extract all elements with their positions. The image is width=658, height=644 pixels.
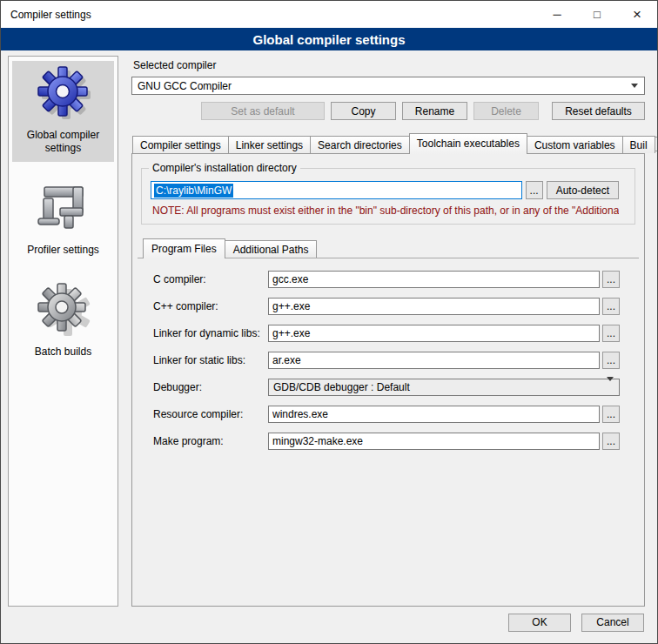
dialog-content: Global compiler settings <box>1 50 657 608</box>
linker-static-label: Linker for static libs: <box>153 354 268 366</box>
cpp-compiler-label: C++ compiler: <box>153 300 268 312</box>
tab-build-options-truncated[interactable]: Buil <box>622 136 655 153</box>
tab-compiler-settings[interactable]: Compiler settings <box>132 136 229 153</box>
cpp-compiler-browse-button[interactable]: ... <box>602 298 620 315</box>
subtab-program-files[interactable]: Program Files <box>143 238 225 258</box>
minimize-icon: ─ <box>553 8 561 21</box>
set-as-default-button[interactable]: Set as default <box>201 102 325 120</box>
tab-linker-settings[interactable]: Linker settings <box>228 136 311 153</box>
delete-button[interactable]: Delete <box>473 102 539 120</box>
make-program-input[interactable] <box>268 433 600 450</box>
sidebar-item-profiler-settings[interactable]: Profiler settings <box>12 176 114 264</box>
field-row-debugger: Debugger: GDB/CDB debugger : Default <box>153 379 620 396</box>
sidebar-item-global-compiler-settings[interactable]: Global compiler settings <box>12 61 114 162</box>
selected-compiler-value: GNU GCC Compiler <box>138 80 628 92</box>
reset-defaults-button[interactable]: Reset defaults <box>552 102 645 120</box>
subtab-additional-paths[interactable]: Additional Paths <box>225 240 318 258</box>
tab-scroll-left-button[interactable]: ◄ <box>655 137 658 151</box>
field-row-linker-static: Linker for static libs: ... <box>153 352 620 369</box>
program-files-fields: C compiler: ... C++ compiler: ... Linker… <box>138 258 639 450</box>
bin-subdirectory-note: NOTE: All programs must exist either in … <box>152 205 619 217</box>
install-dir-value: C:\raylib\MinGW <box>154 184 233 198</box>
field-row-make-program: Make program: ... <box>153 433 620 450</box>
minimize-button[interactable]: ─ <box>537 1 577 28</box>
tab-scroll-buttons: ◄ ► <box>655 137 658 151</box>
c-compiler-label: C compiler: <box>153 273 268 285</box>
toolchain-executables-panel: Compiler's installation directory C:\ray… <box>131 153 645 607</box>
dialog-header: Global compiler settings <box>1 28 657 50</box>
c-compiler-browse-button[interactable]: ... <box>602 271 620 288</box>
ok-button[interactable]: OK <box>508 614 571 632</box>
profiler-icon <box>36 181 91 237</box>
caption-buttons: ─ □ × <box>537 1 657 28</box>
rename-button[interactable]: Rename <box>402 102 467 120</box>
window-title: Compiler settings <box>1 9 537 21</box>
program-files-subtabs: Program Files Additional Paths <box>143 238 639 258</box>
gear-gray-icon <box>36 283 91 339</box>
tab-toolchain-executables[interactable]: Toolchain executables <box>409 133 527 154</box>
installation-directory-row: C:\raylib\MinGW ... Auto-detect <box>151 181 619 199</box>
maximize-button[interactable]: □ <box>577 1 617 28</box>
make-program-label: Make program: <box>153 435 268 447</box>
debugger-label: Debugger: <box>153 381 268 393</box>
cancel-button[interactable]: Cancel <box>581 614 644 632</box>
sidebar-item-label: Global compiler settings <box>14 129 112 155</box>
tab-custom-variables[interactable]: Custom variables <box>527 136 623 153</box>
chevron-down-icon <box>628 84 641 88</box>
field-row-resource-compiler: Resource compiler: ... <box>153 406 620 423</box>
debugger-select[interactable]: GDB/CDB debugger : Default <box>268 379 620 396</box>
field-row-linker-dynamic: Linker for dynamic libs: ... <box>153 325 620 342</box>
resource-compiler-label: Resource compiler: <box>153 408 268 420</box>
cpp-compiler-input[interactable] <box>268 298 600 315</box>
compiler-action-buttons: Set as default Copy Rename Delete Reset … <box>131 102 645 120</box>
debugger-value: GDB/CDB debugger : Default <box>273 381 607 393</box>
linker-dynamic-browse-button[interactable]: ... <box>602 325 620 342</box>
install-dir-input[interactable]: C:\raylib\MinGW <box>151 181 522 199</box>
resource-compiler-input[interactable] <box>268 406 600 423</box>
selected-compiler-label: Selected compiler <box>133 59 645 71</box>
close-icon: × <box>633 6 641 23</box>
make-program-browse-button[interactable]: ... <box>602 433 620 450</box>
install-dir-browse-button[interactable]: ... <box>526 181 543 199</box>
linker-dynamic-input[interactable] <box>268 325 600 342</box>
linker-dynamic-label: Linker for dynamic libs: <box>153 327 268 339</box>
tab-strip: Compiler settings Linker settings Search… <box>131 133 645 153</box>
installation-directory-group: Compiler's installation directory C:\ray… <box>141 168 635 225</box>
installation-directory-group-title: Compiler's installation directory <box>149 162 300 174</box>
tab-search-directories[interactable]: Search directories <box>310 136 410 153</box>
sidebar: Global compiler settings <box>8 56 118 607</box>
titlebar: Compiler settings ─ □ × <box>1 1 657 28</box>
selected-compiler-dropdown[interactable]: GNU GCC Compiler <box>131 77 645 95</box>
close-button[interactable]: × <box>617 1 657 28</box>
dialog-footer: OK Cancel <box>1 608 657 643</box>
sidebar-item-batch-builds[interactable]: Batch builds <box>12 278 114 366</box>
linker-static-browse-button[interactable]: ... <box>602 352 620 369</box>
c-compiler-input[interactable] <box>268 271 600 288</box>
copy-button[interactable]: Copy <box>331 102 396 120</box>
resource-compiler-browse-button[interactable]: ... <box>602 406 620 423</box>
compiler-settings-window: Compiler settings ─ □ × Global compiler … <box>0 0 658 644</box>
maximize-icon: □ <box>594 8 601 21</box>
field-row-cpp-compiler: C++ compiler: ... <box>153 298 620 315</box>
sidebar-item-label: Profiler settings <box>27 244 99 257</box>
gear-blue-icon <box>36 66 91 122</box>
field-row-c-compiler: C compiler: ... <box>153 271 620 288</box>
chevron-down-icon <box>607 381 614 393</box>
dialog-header-title: Global compiler settings <box>252 32 405 47</box>
main-panel: Selected compiler GNU GCC Compiler Set a… <box>128 56 650 607</box>
linker-static-input[interactable] <box>268 352 600 369</box>
sidebar-item-label: Batch builds <box>35 345 91 359</box>
auto-detect-button[interactable]: Auto-detect <box>547 181 619 199</box>
